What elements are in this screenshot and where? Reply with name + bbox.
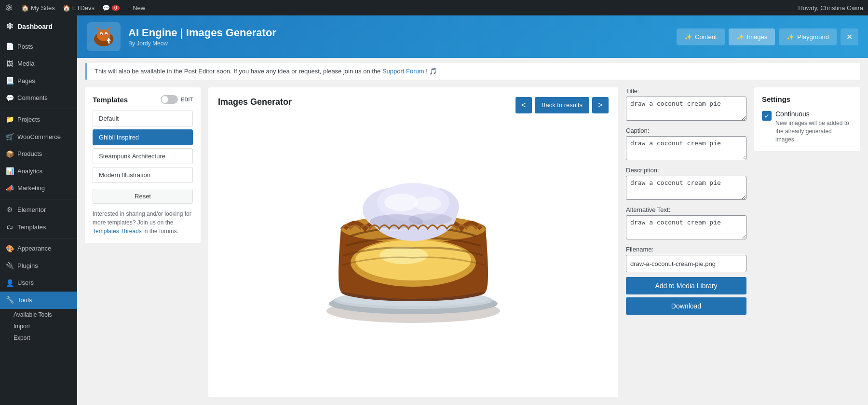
next-button[interactable]: >: [592, 97, 609, 113]
title-input[interactable]: [626, 97, 746, 121]
filename-label: Filename:: [626, 246, 746, 253]
plugin-title-area: AI Engine | Images Generator By Jordy Me…: [128, 27, 669, 47]
filename-input[interactable]: [626, 255, 746, 272]
title-label: Title:: [626, 87, 746, 95]
sidebar-item-export[interactable]: Export: [0, 332, 77, 344]
templates-icon: 🗂: [6, 223, 14, 232]
reset-button[interactable]: Reset: [93, 189, 193, 204]
sidebar-item-available-tools[interactable]: Available Tools: [0, 309, 77, 321]
site-icon: 🏠: [63, 4, 70, 12]
sidebar-item-elementor[interactable]: ⚙ Elementor: [0, 201, 77, 219]
add-to-media-button[interactable]: Add to Media Library: [626, 277, 746, 294]
close-icon: ✕: [846, 33, 853, 41]
sidebar-item-templates[interactable]: 🗂 Templates: [0, 219, 77, 236]
sidebar-item-appearance[interactable]: 🎨 Appearance: [0, 240, 77, 258]
svg-point-5: [106, 34, 107, 35]
products-icon: 📦: [6, 150, 14, 159]
dashboard-icon: ⚛: [6, 21, 14, 32]
plugin-nav: ✨ Content ✨ Images ✨ Playground ✕: [677, 28, 858, 45]
sidebar-item-comments[interactable]: 💬 Comments: [0, 90, 77, 107]
nav-controls: < Back to results >: [515, 97, 609, 113]
sidebar-item-analytics[interactable]: 📊 Analytics: [0, 163, 77, 180]
woocommerce-icon: 🛒: [6, 132, 14, 142]
sidebar-item-marketing[interactable]: 📣 Marketing: [0, 180, 77, 197]
caption-label: Caption:: [626, 127, 746, 134]
templates-header: Templates EDIT: [93, 95, 193, 104]
tools-icon: 🔧: [6, 295, 14, 305]
title-field-group: Title:: [626, 87, 746, 122]
template-item-ghibli[interactable]: Ghibli Inspired: [93, 129, 193, 145]
svg-point-25: [408, 213, 452, 225]
panels-wrap: Templates EDIT Default Ghibli Inspired: [77, 80, 868, 405]
content-star-icon: ✨: [684, 33, 692, 41]
edit-toggle[interactable]: EDIT: [161, 95, 193, 104]
sidebar-item-label: WooCommerce: [17, 133, 61, 141]
wp-logo-icon[interactable]: ⚛: [5, 2, 14, 14]
caption-input[interactable]: [626, 136, 746, 160]
sidebar-item-users[interactable]: 👤 Users: [0, 275, 77, 292]
back-to-results-button[interactable]: Back to results: [535, 97, 589, 113]
continuous-setting-text: Continuous New images will be added to t…: [775, 110, 853, 143]
sidebar-item-woocommerce[interactable]: 🛒 WooCommerce: [0, 128, 77, 146]
content-area: AI Engine | Images Generator By Jordy Me…: [77, 15, 868, 405]
notice-bar: This will also be available in the Post …: [85, 63, 860, 80]
sidebar-item-posts[interactable]: 📄 Posts: [0, 38, 77, 56]
template-item-steampunk[interactable]: Steampunk Architecture: [93, 148, 193, 164]
generator-title: Images Generator: [218, 97, 292, 107]
sidebar-item-projects[interactable]: 📁 Projects: [0, 111, 77, 128]
description-input[interactable]: [626, 176, 746, 200]
plugin-header: AI Engine | Images Generator By Jordy Me…: [77, 15, 868, 58]
users-icon: 👤: [6, 279, 14, 288]
templates-threads-link[interactable]: Templates Threads: [93, 228, 142, 235]
toggle-track[interactable]: [161, 95, 178, 104]
images-nav-button[interactable]: ✨ Images: [729, 28, 775, 45]
comment-icon: 💬: [102, 4, 110, 12]
sidebar-item-pages[interactable]: 📃 Pages: [0, 72, 77, 90]
sidebar-item-label: Comments: [17, 94, 48, 102]
playground-star-icon: ✨: [787, 33, 794, 41]
content-nav-button[interactable]: ✨ Content: [677, 28, 725, 45]
svg-point-4: [101, 34, 102, 35]
toggle-label: EDIT: [181, 97, 193, 102]
plugin-title: AI Engine | Images Generator: [128, 27, 669, 39]
my-sites-item[interactable]: 🏠 My Sites: [21, 4, 55, 12]
sidebar-item-label: Products: [17, 150, 42, 158]
analytics-icon: 📊: [6, 167, 14, 176]
export-label: Export: [14, 335, 30, 341]
comments-item[interactable]: 💬 0: [102, 4, 120, 12]
dashboard-label[interactable]: ⚛ Dashboard: [0, 17, 77, 34]
new-item[interactable]: + New: [127, 4, 146, 12]
posts-icon: 📄: [6, 42, 14, 52]
alt-input[interactable]: [626, 215, 746, 239]
site-name-item[interactable]: 🏠 ETDevs: [63, 4, 95, 12]
sidebar-item-label: Templates: [17, 223, 46, 232]
support-forum-link[interactable]: Support Forum: [382, 68, 424, 75]
description-label: Description:: [626, 167, 746, 174]
sidebar-item-products[interactable]: 📦 Products: [0, 146, 77, 163]
close-button[interactable]: ✕: [841, 28, 858, 45]
sidebar-item-label: Marketing: [17, 184, 45, 193]
sidebar-item-import[interactable]: Import: [0, 321, 77, 332]
continuous-checkbox[interactable]: ✓: [762, 111, 772, 121]
pie-image: [307, 132, 519, 345]
sidebar-item-tools[interactable]: 🔧 Tools: [0, 292, 77, 309]
sidebar-item-label: Users: [17, 279, 34, 287]
checkmark-icon: ✓: [764, 112, 770, 120]
plugins-icon: 🔌: [6, 261, 14, 271]
sidebar-item-media[interactable]: 🖼 Media: [0, 56, 77, 73]
generator-panel: Images Generator < Back to results >: [208, 87, 618, 397]
prev-button[interactable]: <: [515, 97, 532, 113]
comments-icon: 💬: [6, 94, 14, 103]
template-item-default[interactable]: Default: [93, 111, 193, 126]
template-item-modern[interactable]: Modern Illustration: [93, 167, 193, 183]
alt-field-group: Alternative Text:: [626, 206, 746, 241]
continuous-setting: ✓ Continuous New images will be added to…: [762, 110, 853, 143]
playground-nav-button[interactable]: ✨ Playground: [779, 28, 837, 45]
templates-title: Templates: [93, 96, 128, 104]
import-label: Import: [14, 323, 30, 330]
settings-title: Settings: [762, 95, 853, 103]
sidebar-item-plugins[interactable]: 🔌 Plugins: [0, 257, 77, 275]
metadata-panel: Title: Caption: Description: Alternative…: [626, 87, 746, 397]
images-star-icon: ✨: [736, 33, 744, 41]
download-button[interactable]: Download: [626, 297, 746, 315]
